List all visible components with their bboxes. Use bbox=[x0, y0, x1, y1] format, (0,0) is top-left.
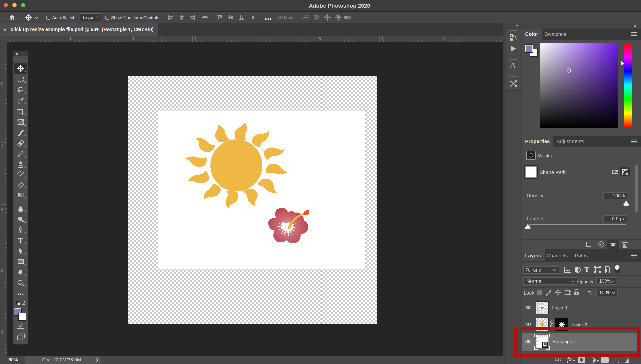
svg-text:3: 3 bbox=[1, 268, 3, 273]
svg-text:5: 5 bbox=[443, 37, 446, 41]
svg-text:3: 3 bbox=[319, 37, 321, 41]
svg-text:0: 0 bbox=[1, 82, 3, 86]
svg-text:T: T bbox=[18, 237, 23, 244]
svg-text:1: 1 bbox=[1, 144, 3, 148]
svg-text:4: 4 bbox=[1, 331, 3, 335]
svg-text:1: 1 bbox=[194, 37, 196, 41]
svg-text:0: 0 bbox=[132, 37, 134, 41]
svg-text:1: 1 bbox=[69, 37, 72, 41]
svg-text:2: 2 bbox=[256, 37, 259, 41]
svg-text:4: 4 bbox=[381, 37, 383, 41]
svg-text:2: 2 bbox=[1, 206, 3, 210]
